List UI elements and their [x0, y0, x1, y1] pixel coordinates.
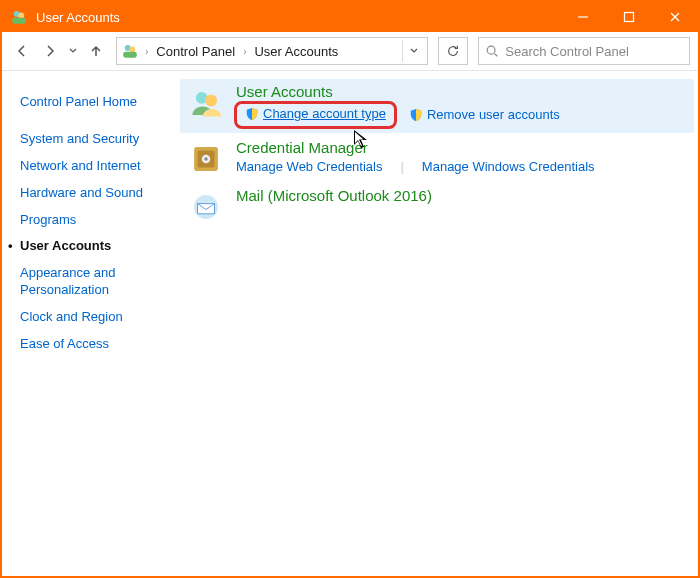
- user-accounts-icon: [119, 40, 141, 62]
- chevron-right-icon: ›: [239, 46, 250, 57]
- up-button[interactable]: [84, 39, 108, 63]
- sidebar-item-appearance[interactable]: Appearance and Personalization: [20, 260, 166, 304]
- svg-point-17: [204, 157, 207, 160]
- svg-point-8: [129, 47, 135, 53]
- sidebar-item-ease-of-access[interactable]: Ease of Access: [20, 331, 166, 358]
- sidebar-home[interactable]: Control Panel Home: [20, 89, 166, 116]
- link-change-account-type[interactable]: Change account type: [245, 106, 386, 121]
- close-button[interactable]: [652, 2, 698, 32]
- link-remove-user-accounts[interactable]: Remove user accounts: [409, 107, 560, 122]
- credential-icon: [186, 139, 226, 179]
- svg-rect-4: [625, 13, 634, 22]
- shield-icon: [245, 107, 259, 121]
- breadcrumb[interactable]: › Control Panel › User Accounts: [116, 37, 428, 65]
- refresh-button[interactable]: [438, 37, 468, 65]
- section-title-mail[interactable]: Mail (Microsoft Outlook 2016): [236, 187, 688, 204]
- search-icon: [485, 44, 499, 58]
- search-placeholder: Search Control Panel: [505, 44, 629, 59]
- svg-point-1: [18, 13, 24, 19]
- breadcrumb-dropdown[interactable]: [402, 40, 425, 62]
- svg-rect-9: [123, 52, 137, 58]
- mail-icon: [186, 187, 226, 227]
- history-dropdown[interactable]: [66, 39, 80, 63]
- control-panel-window: User Accounts › Control Panel › User Acc…: [0, 0, 700, 578]
- back-button[interactable]: [10, 39, 34, 63]
- sidebar: Control Panel Home System and Security N…: [2, 71, 172, 575]
- user-accounts-icon: [10, 8, 28, 26]
- sidebar-item-clock-region[interactable]: Clock and Region: [20, 304, 166, 331]
- sidebar-item-network-internet[interactable]: Network and Internet: [20, 153, 166, 180]
- minimize-button[interactable]: [560, 2, 606, 32]
- svg-line-11: [495, 54, 498, 57]
- highlight-box: Change account type: [234, 101, 397, 129]
- toolbar: › Control Panel › User Accounts Search C…: [2, 32, 698, 71]
- main-panel: User Accounts Change account type Remove…: [172, 71, 698, 575]
- sidebar-item-system-security[interactable]: System and Security: [20, 126, 166, 153]
- section-mail: Mail (Microsoft Outlook 2016): [186, 187, 688, 227]
- divider: |: [396, 159, 407, 174]
- link-manage-web-credentials[interactable]: Manage Web Credentials: [236, 159, 382, 174]
- section-user-accounts: User Accounts Change account type Remove…: [180, 79, 694, 133]
- users-icon: [186, 83, 226, 123]
- section-title-user-accounts[interactable]: User Accounts: [236, 83, 688, 100]
- sidebar-item-hardware-sound[interactable]: Hardware and Sound: [20, 180, 166, 207]
- chevron-right-icon: ›: [141, 46, 152, 57]
- breadcrumb-user-accounts[interactable]: User Accounts: [250, 44, 342, 59]
- svg-point-13: [205, 95, 217, 107]
- content-area: Control Panel Home System and Security N…: [2, 71, 698, 575]
- svg-point-10: [487, 46, 495, 54]
- search-input[interactable]: Search Control Panel: [478, 37, 690, 65]
- shield-icon: [409, 108, 423, 122]
- sidebar-item-programs[interactable]: Programs: [20, 207, 166, 234]
- window-title: User Accounts: [36, 10, 560, 25]
- maximize-button[interactable]: [606, 2, 652, 32]
- section-credential-manager: Credential Manager Manage Web Credential…: [186, 139, 688, 179]
- forward-button[interactable]: [38, 39, 62, 63]
- titlebar: User Accounts: [2, 2, 698, 32]
- breadcrumb-control-panel[interactable]: Control Panel: [152, 44, 239, 59]
- section-title-credential[interactable]: Credential Manager: [236, 139, 688, 156]
- sidebar-item-user-accounts[interactable]: User Accounts: [20, 233, 166, 260]
- svg-rect-2: [12, 18, 26, 24]
- link-manage-windows-credentials[interactable]: Manage Windows Credentials: [422, 159, 595, 174]
